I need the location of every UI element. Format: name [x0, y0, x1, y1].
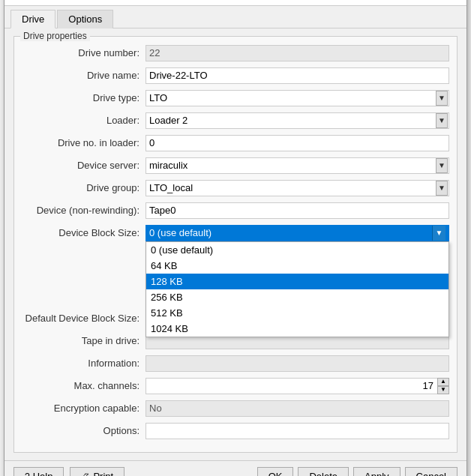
max-channels-spinner: ▲ ▼	[146, 378, 449, 394]
loader-select-wrapper: Loader 2 ▼	[146, 112, 449, 129]
footer-left: ? Help 🖨 Print	[14, 467, 124, 477]
options-row: Options:	[22, 422, 449, 440]
dropdown-option-3[interactable]: 256 KB	[146, 289, 448, 305]
device-block-size-selected[interactable]: 0 (use default) ▼	[146, 225, 449, 241]
device-server-label: Device server:	[22, 160, 146, 171]
footer-right: OK Delete Apply Cancel	[257, 467, 458, 477]
options-input[interactable]	[146, 423, 449, 439]
drive-type-select[interactable]: LTO	[146, 90, 449, 106]
information-row: Information:	[22, 355, 449, 373]
dropdown-option-0[interactable]: 0 (use default)	[146, 242, 448, 258]
tab-drive[interactable]: Drive	[10, 10, 56, 28]
information-input	[146, 355, 449, 372]
device-block-size-dropdown[interactable]: 0 (use default) ▼ 0 (use default) 64 KB …	[146, 225, 449, 241]
footer: ? Help 🖨 Print OK Delete Apply Cancel	[4, 460, 466, 477]
drive-type-row: Drive type: LTO ▼	[22, 89, 449, 107]
dropdown-option-4[interactable]: 512 KB	[146, 305, 448, 321]
dropdown-option-1[interactable]: 64 KB	[146, 258, 448, 274]
dropdown-option-5[interactable]: 1024 KB	[146, 321, 448, 337]
drive-name-label: Drive name:	[22, 70, 146, 81]
default-device-block-size-label: Default Device Block Size:	[22, 313, 146, 324]
device-block-size-arrow-icon: ▼	[432, 226, 446, 241]
drive-number-label: Drive number:	[22, 47, 146, 58]
device-non-rewinding-label: Device (non-rewinding):	[22, 205, 146, 216]
encryption-capable-input	[146, 400, 449, 417]
device-non-rewinding-row: Device (non-rewinding):	[22, 202, 449, 220]
apply-button[interactable]: Apply	[353, 467, 400, 477]
drive-name-row: Drive name:	[22, 67, 449, 85]
dialog: M Drive-22-LTO ✕ Drive Options Drive pro…	[4, 0, 467, 476]
device-block-size-value: 0 (use default)	[149, 227, 212, 238]
drive-name-input[interactable]	[146, 67, 449, 84]
device-non-rewinding-input[interactable]	[146, 202, 449, 219]
print-label: Print	[93, 471, 113, 476]
drive-type-select-wrapper: LTO ▼	[146, 90, 449, 106]
options-label: Options:	[22, 425, 146, 436]
delete-button[interactable]: Delete	[298, 467, 349, 477]
information-label: Information:	[22, 358, 146, 369]
loader-label: Loader:	[22, 115, 146, 126]
drive-number-input[interactable]	[146, 45, 449, 61]
drive-group-label: Drive group:	[22, 182, 146, 193]
close-button[interactable]: ✕	[447, 0, 460, 1]
help-button[interactable]: ? Help	[14, 467, 64, 477]
help-label: Help	[33, 471, 53, 476]
device-block-size-list: 0 (use default) 64 KB 128 KB 256 KB 512 …	[146, 241, 449, 337]
drive-no-in-loader-input[interactable]	[146, 135, 449, 151]
section-label: Drive properties	[20, 31, 90, 41]
max-channels-spinner-buttons: ▲ ▼	[437, 378, 449, 394]
device-server-row: Device server: miraculix ▼	[22, 157, 449, 175]
encryption-capable-label: Encryption capable:	[22, 403, 146, 414]
print-icon: 🖨	[81, 472, 90, 477]
tape-in-drive-label: Tape in drive:	[22, 335, 146, 346]
device-server-select-wrapper: miraculix ▼	[146, 157, 449, 174]
drive-group-select-wrapper: LTO_local ▼	[146, 180, 449, 196]
drive-type-label: Drive type:	[22, 92, 146, 103]
max-channels-row: Max. channels: ▲ ▼	[22, 377, 449, 395]
max-channels-down-button[interactable]: ▼	[437, 386, 449, 394]
print-button[interactable]: 🖨 Print	[70, 467, 124, 477]
drive-no-in-loader-label: Drive no. in loader:	[22, 137, 146, 148]
loader-row: Loader: Loader 2 ▼	[22, 112, 449, 130]
content-area: Drive properties Drive number: Drive nam…	[4, 28, 466, 460]
drive-group-row: Drive group: LTO_local ▼	[22, 179, 449, 197]
max-channels-input[interactable]	[146, 378, 449, 394]
drive-properties-section: Drive properties Drive number: Drive nam…	[14, 36, 458, 453]
drive-number-row: Drive number:	[22, 44, 449, 62]
title-bar: M Drive-22-LTO ✕	[4, 0, 466, 6]
device-block-size-row: Device Block Size: 0 (use default) ▼ 0 (…	[22, 224, 449, 242]
max-channels-up-button[interactable]: ▲	[437, 378, 449, 386]
drive-no-in-loader-row: Drive no. in loader:	[22, 134, 449, 152]
tab-bar: Drive Options	[4, 6, 466, 28]
encryption-capable-row: Encryption capable:	[22, 400, 449, 418]
drive-group-select[interactable]: LTO_local	[146, 180, 449, 196]
cancel-button[interactable]: Cancel	[405, 467, 458, 477]
dropdown-option-2[interactable]: 128 KB	[146, 274, 448, 289]
help-icon: ?	[25, 472, 30, 477]
loader-select[interactable]: Loader 2	[146, 112, 449, 129]
ok-button[interactable]: OK	[257, 467, 294, 477]
tab-options[interactable]: Options	[57, 10, 113, 28]
max-channels-label: Max. channels:	[22, 380, 146, 391]
device-block-size-label: Device Block Size:	[22, 227, 146, 238]
device-server-select[interactable]: miraculix	[146, 157, 449, 174]
